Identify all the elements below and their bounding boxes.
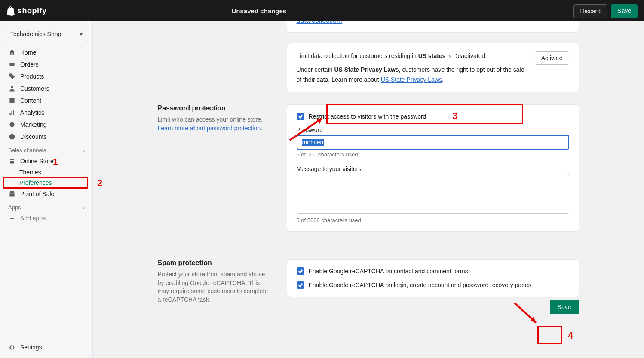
nav-discounts[interactable]: Discounts: [0, 131, 92, 143]
spam-section: Spam protection Protect your store from …: [158, 259, 579, 307]
privacy-card-top: data collection.: [287, 21, 579, 33]
chevron-right-icon: ›: [83, 204, 85, 211]
nav-label: Products: [20, 73, 44, 80]
sidebar: Techademics Shop ▾ Home Orders Products …: [0, 21, 93, 358]
nav-marketing[interactable]: Marketing: [0, 119, 92, 131]
nav-label: Marketing: [20, 121, 46, 128]
footer-save-wrap: Save: [550, 300, 579, 314]
discount-icon: [8, 133, 16, 141]
recaptcha-login-label: Enable Google reCAPTCHA on login, create…: [309, 282, 531, 288]
svg-rect-5: [13, 110, 14, 115]
visitor-msg-textarea[interactable]: [297, 174, 569, 214]
password-card: Restrict access to visitors with the pas…: [287, 104, 579, 232]
primary-nav: Home Orders Products Customers Content A…: [0, 46, 92, 224]
sidebar-footer: Settings: [0, 341, 92, 353]
nav-label: Customers: [20, 85, 49, 92]
spam-card: Enable Google reCAPTCHA on contact and c…: [287, 259, 579, 297]
svg-point-1: [11, 86, 13, 88]
activate-button[interactable]: Activate: [535, 51, 569, 65]
shopify-logo-icon: [6, 6, 15, 16]
svg-point-6: [9, 122, 14, 127]
gear-icon: [8, 343, 16, 351]
svg-rect-0: [9, 63, 14, 66]
tag-icon: [8, 73, 16, 80]
privacy-line1: Limit data collection for customers resi…: [297, 51, 526, 61]
nav-themes[interactable]: Themes: [0, 167, 92, 177]
content: data collection. Limit data collection f…: [141, 21, 596, 324]
home-icon: [8, 49, 16, 56]
restrict-checkbox[interactable]: [297, 113, 304, 120]
nav-analytics[interactable]: Analytics: [0, 107, 92, 119]
text-cursor: [349, 139, 349, 146]
person-icon: [8, 85, 16, 92]
nav-pos[interactable]: Point of Sale: [0, 188, 92, 200]
nav-products[interactable]: Products: [0, 70, 92, 83]
nav-label: Orders: [20, 61, 39, 68]
nav-settings[interactable]: Settings: [0, 341, 92, 353]
nav-preferences[interactable]: Preferences: [0, 177, 92, 188]
password-value: mohveu: [302, 139, 324, 146]
nav-label: Online Store: [20, 158, 54, 165]
save-button-top[interactable]: Save: [611, 4, 638, 18]
nav-content[interactable]: Content: [0, 95, 92, 107]
section-label: Sales channels: [8, 147, 46, 153]
svg-rect-3: [9, 113, 10, 115]
analytics-icon: [8, 109, 16, 116]
nav-label: Analytics: [20, 109, 44, 116]
password-section: Password protection Limit who can access…: [158, 104, 579, 242]
caret-down-icon: ▾: [80, 31, 83, 37]
recaptcha-forms-label: Enable Google reCAPTCHA on contact and c…: [309, 268, 468, 275]
topbar: shopify Unsaved changes Discard Save: [0, 0, 644, 21]
section-label: Apps: [8, 204, 21, 211]
nav-label: Home: [20, 49, 36, 56]
privacy-line2: Under certain US State Privacy Laws, cus…: [297, 65, 526, 84]
recaptcha-forms-checkbox[interactable]: [297, 267, 304, 275]
content-icon: [8, 97, 16, 104]
nav-home[interactable]: Home: [0, 46, 92, 58]
password-learn-link[interactable]: Learn more about password protection.: [158, 125, 263, 132]
main-area: data collection. Limit data collection f…: [93, 21, 644, 358]
nav-label: Point of Sale: [20, 190, 54, 197]
svg-rect-2: [9, 98, 14, 103]
plus-icon: ＋: [8, 214, 16, 222]
nav-orders[interactable]: Orders: [0, 58, 92, 70]
svg-point-7: [9, 134, 15, 140]
svg-rect-4: [11, 111, 12, 115]
brand-text: shopify: [18, 6, 47, 15]
password-input[interactable]: mohveu: [297, 135, 569, 150]
password-title: Password protection: [158, 104, 270, 112]
recaptcha-forms-row[interactable]: Enable Google reCAPTCHA on contact and c…: [297, 267, 569, 275]
nav-label: Settings: [20, 344, 42, 351]
recaptcha-login-checkbox[interactable]: [297, 281, 304, 289]
nav-online-store[interactable]: Online Store: [0, 155, 92, 167]
store-icon: [8, 157, 16, 165]
chevron-right-icon: ›: [83, 147, 85, 153]
unsaved-changes-label: Unsaved changes: [232, 7, 573, 15]
orders-icon: [8, 61, 16, 68]
restrict-label: Restrict access to visitors with the pas…: [309, 113, 426, 120]
nav-add-apps[interactable]: ＋Add apps: [0, 212, 92, 224]
nav-label: Add apps: [20, 215, 46, 222]
data-collection-link[interactable]: data collection.: [297, 21, 343, 24]
privacy-card: Limit data collection for customers resi…: [287, 43, 579, 92]
topbar-buttons: Discard Save: [573, 4, 638, 18]
pos-icon: [8, 190, 16, 198]
spam-desc: Protect your store from spam and abuse b…: [158, 270, 270, 304]
brand-logo: shopify: [6, 6, 47, 16]
visitor-msg-counter: 0 of 5000 characters used: [297, 217, 569, 223]
recaptcha-login-row[interactable]: Enable Google reCAPTCHA on login, create…: [297, 281, 569, 289]
nav-customers[interactable]: Customers: [0, 83, 92, 95]
restrict-row[interactable]: Restrict access to visitors with the pas…: [297, 113, 569, 120]
apps-header[interactable]: Apps ›: [0, 200, 92, 212]
us-state-privacy-link[interactable]: US State Privacy Laws: [381, 76, 442, 83]
visitor-msg-label: Message to your visitors: [297, 165, 569, 172]
nav-label: Discounts: [20, 133, 46, 140]
nav-label: Content: [20, 97, 41, 104]
spam-title: Spam protection: [158, 259, 270, 267]
shop-switcher[interactable]: Techademics Shop ▾: [6, 27, 87, 41]
save-button-bottom[interactable]: Save: [550, 300, 579, 314]
sales-channels-header[interactable]: Sales channels ›: [0, 143, 92, 155]
password-desc: Limit who can access your online store. …: [158, 116, 270, 132]
discard-button[interactable]: Discard: [573, 4, 607, 18]
marketing-icon: [8, 121, 16, 129]
